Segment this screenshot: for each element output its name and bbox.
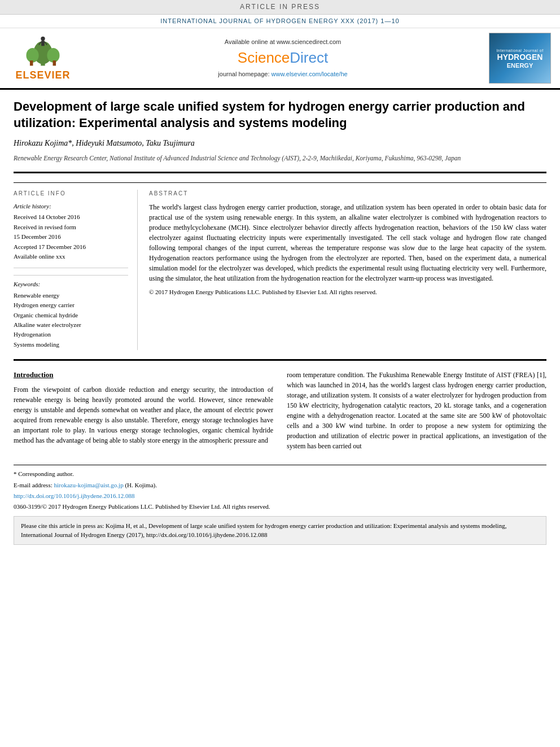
keyword-5: Hydrogenation [14,330,128,339]
journal-homepage-link[interactable]: www.elsevier.com/locate/he [272,71,348,77]
body-right-column: room temperature condition. The Fukushim… [287,370,546,456]
center-header: Available online at www.sciencedirect.co… [77,38,489,79]
svg-rect-7 [41,41,45,46]
journal-hydrogen-text: HYDROGEN [497,53,543,62]
keyword-4: Alkaline water electrolyzer [14,321,128,329]
intro-left-text: From the viewpoint of carbon dioxide red… [14,385,273,445]
available-online: Available online xxx [14,252,128,261]
thick-divider [14,172,546,173]
issn-text: 0360-3199/© 2017 Hydrogen Energy Publica… [14,503,546,511]
svg-point-2 [26,48,38,63]
abstract-column: ABSTRACT The world's largest class hydro… [149,190,546,350]
introduction-title: Introduction [14,370,273,380]
keyword-6: Systems modeling [14,340,128,349]
keywords-label: Keywords: [14,280,128,289]
journal-energy-text: ENERGY [507,62,533,69]
article-info-column: ARTICLE INFO Article history: Received 1… [14,190,138,350]
article-info-heading: ARTICLE INFO [14,190,128,198]
abstract-text: The world's largest class hydrogen energ… [149,202,546,283]
keyword-1: Renewable energy [14,291,128,300]
thin-divider-1 [14,268,128,268]
corresponding-author: * Corresponding author. [14,470,546,478]
available-online-text: Available online at www.sciencedirect.co… [88,38,478,46]
article-in-press-banner: ARTICLE IN PRESS [0,0,560,15]
thick-divider-2 [14,359,546,361]
body-left-column: Introduction From the viewpoint of carbo… [14,370,273,456]
journal-cover-logo: International Journal of HYDROGEN ENERGY [489,33,551,84]
article-title: Development of large scale unified syste… [14,99,546,131]
article-info-abstract-layout: ARTICLE INFO Article history: Received 1… [14,182,546,350]
intro-right-text: room temperature condition. The Fukushim… [287,370,546,451]
keywords-section: Keywords: Renewable energy Hydrogen ener… [14,275,128,349]
received-date: Received 14 October 2016 [14,213,128,221]
elsevier-logo: ELSEVIER [9,34,77,82]
svg-rect-4 [30,60,33,65]
elsevier-wordmark: ELSEVIER [15,68,70,82]
citation-box: Please cite this article in press as: Ko… [14,516,546,545]
footnote-area: * Corresponding author. E-mail address: … [14,465,546,512]
doi-link: http://dx.doi.org/10.1016/j.ijhydene.201… [14,492,546,500]
keyword-3: Organic chemical hydride [14,311,128,320]
authors: Hirokazu Kojima*, Hideyuki Matsumoto, Ta… [14,138,546,149]
doi-anchor[interactable]: http://dx.doi.org/10.1016/j.ijhydene.201… [14,492,135,499]
abstract-heading: ABSTRACT [149,190,546,198]
article-history: Article history: Received 14 October 201… [14,202,128,261]
body-two-col: Introduction From the viewpoint of carbo… [14,370,546,456]
email-link[interactable]: hirokazu-kojima@aist.go.jp [54,482,123,488]
accepted-date: Accepted 17 December 2016 [14,243,128,251]
svg-point-6 [41,36,45,40]
email-footnote: E-mail address: hirokazu-kojima@aist.go.… [14,481,546,490]
revised-date: 15 December 2016 [14,233,128,241]
journal-homepage: journal homepage: www.elsevier.com/locat… [88,70,478,78]
journal-header-line: INTERNATIONAL JOURNAL OF HYDROGEN ENERGY… [0,15,560,28]
svg-point-3 [47,48,59,63]
sciencedirect-logo: ScienceDirect [88,47,478,68]
affiliation: Renewable Energy Research Center, Nation… [14,154,546,163]
svg-rect-5 [53,60,56,65]
keyword-2: Hydrogen energy carrier [14,301,128,309]
copyright-text: © 2017 Hydrogen Energy Publications LLC.… [149,288,546,296]
history-label: Article history: [14,202,128,211]
revised-label: Received in revised form [14,223,128,231]
elsevier-tree-icon [20,34,65,68]
main-content: Development of large scale unified syste… [0,90,560,554]
top-header: ELSEVIER Available online at www.science… [0,28,560,90]
